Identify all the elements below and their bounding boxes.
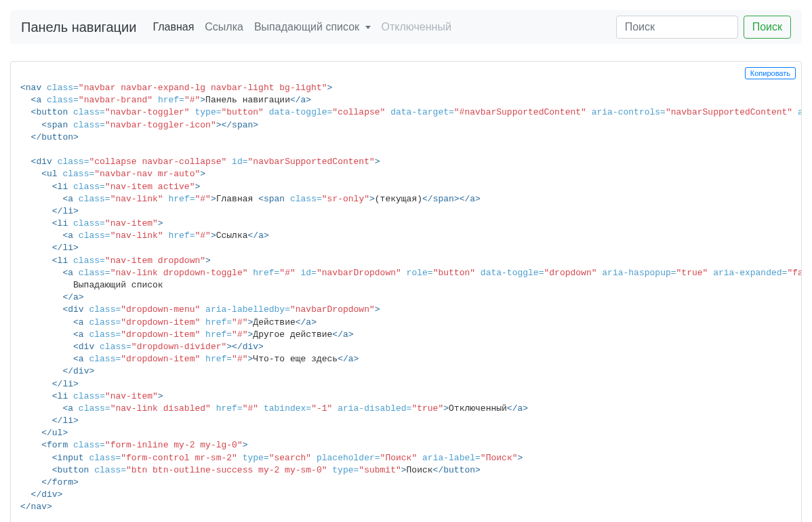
nav-item-link[interactable]: Ссылка bbox=[199, 16, 249, 39]
navbar-nav: Главная Ссылка Выпадающий список Отключе… bbox=[147, 16, 615, 39]
code-block: <nav class="navbar navbar-expand-lg navb… bbox=[11, 62, 801, 522]
nav-item-dropdown-label: Выпадающий список bbox=[254, 21, 359, 33]
nav-item-home[interactable]: Главная bbox=[147, 16, 199, 39]
navbar-example: Панель навигации Главная Ссылка Выпадающ… bbox=[10, 10, 802, 44]
copy-button[interactable]: Копировать bbox=[745, 67, 796, 79]
chevron-down-icon bbox=[365, 26, 371, 29]
navbar-brand: Панель навигации bbox=[21, 20, 147, 35]
search-button[interactable]: Поиск bbox=[744, 16, 791, 39]
nav-item-dropdown[interactable]: Выпадающий список bbox=[249, 16, 376, 39]
nav-item-disabled: Отключенный bbox=[376, 16, 457, 39]
search-input[interactable] bbox=[616, 16, 738, 39]
search-form: Поиск bbox=[616, 16, 791, 39]
code-snippet-area: Копировать <nav class="navbar navbar-exp… bbox=[10, 61, 802, 522]
